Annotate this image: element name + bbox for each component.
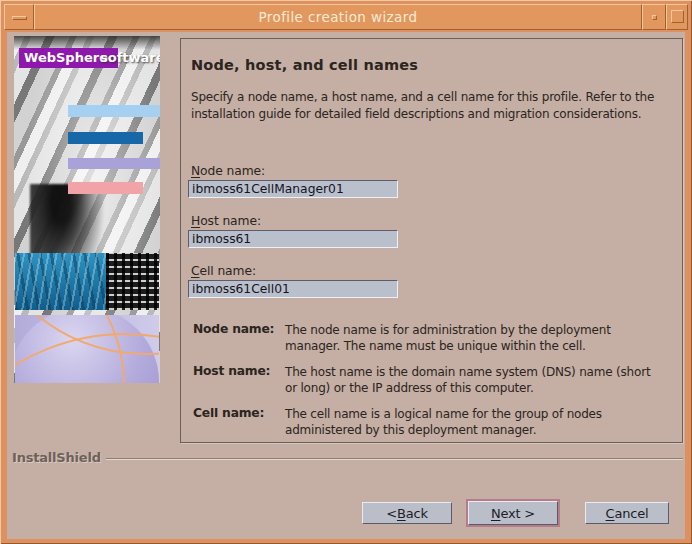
woven-texture-image — [106, 253, 159, 310]
definition-term: Node name: — [193, 322, 285, 354]
back-button[interactable]: < Back — [362, 502, 452, 524]
node-name-label: Node name: — [191, 164, 265, 178]
page-title: Node, host, and cell names — [191, 57, 418, 73]
sidebar-brand-image: WebSphere. software — [14, 36, 160, 383]
node-name-definition: Node name: The node name is for administ… — [193, 322, 673, 354]
brand-bar-lavender — [68, 158, 160, 169]
back-button-mnemonic: B — [397, 506, 406, 521]
software-label: software — [100, 50, 160, 65]
cancel-button-label-rest: ancel — [614, 506, 648, 521]
brand-bar-darkblue — [68, 132, 143, 144]
definition-term: Cell name: — [193, 406, 285, 438]
window-menu-icon — [12, 16, 27, 20]
globe-image — [15, 315, 159, 383]
window-title: Profile creation wizard — [34, 4, 642, 30]
window-menu-button[interactable] — [4, 4, 34, 30]
titlebar[interactable]: Profile creation wizard — [4, 4, 688, 30]
brand-bar-lightblue — [68, 105, 160, 117]
maximize-icon — [671, 10, 684, 23]
cell-name-label-rest: ell name: — [200, 264, 256, 278]
definition-text: The cell name is a logical name for the … — [285, 406, 661, 438]
cancel-button[interactable]: Cancel — [585, 502, 669, 524]
host-name-label-rest: ost name: — [200, 214, 261, 228]
cell-name-input[interactable] — [188, 280, 398, 298]
node-name-mnemonic: N — [191, 164, 200, 178]
brand-bar-pink — [68, 182, 143, 194]
host-name-mnemonic: H — [191, 214, 200, 228]
node-name-input[interactable] — [188, 180, 398, 198]
definition-text: The node name is for administration by t… — [285, 322, 661, 354]
next-button-label-rest: ext > — [500, 506, 535, 521]
minimize-button[interactable] — [642, 4, 666, 30]
maximize-button[interactable] — [666, 4, 688, 30]
cell-name-mnemonic: C — [191, 264, 200, 278]
client-area: WebSphere. software Node, host, and cell… — [7, 32, 685, 539]
content-panel: Node, host, and cell names Specify a nod… — [180, 38, 683, 443]
cancel-button-mnemonic: C — [606, 506, 615, 521]
cell-name-definition: Cell name: The cell name is a logical na… — [193, 406, 673, 438]
back-button-prefix: < — [386, 506, 397, 521]
minimize-icon — [652, 15, 657, 20]
cell-name-label: Cell name: — [191, 264, 256, 278]
host-name-input[interactable] — [188, 230, 398, 248]
footer-divider — [106, 458, 683, 460]
host-name-label: Host name: — [191, 214, 261, 228]
wizard-window: Profile creation wizard WebSphere. softw… — [0, 0, 692, 544]
installshield-label: InstallShield — [12, 450, 101, 465]
next-button-mnemonic: N — [491, 506, 501, 521]
definition-text: The host name is the domain name system … — [285, 364, 661, 396]
next-button[interactable]: Next > — [468, 501, 558, 525]
default-button-ring: Next > — [466, 499, 560, 527]
back-button-label-rest: ack — [406, 506, 428, 521]
host-name-definition: Host name: The host name is the domain n… — [193, 364, 673, 396]
water-texture-image — [15, 253, 106, 310]
page-description: Specify a node name, a host name, and a … — [191, 89, 679, 124]
node-name-label-rest: ode name: — [200, 164, 265, 178]
definition-term: Host name: — [193, 364, 285, 396]
